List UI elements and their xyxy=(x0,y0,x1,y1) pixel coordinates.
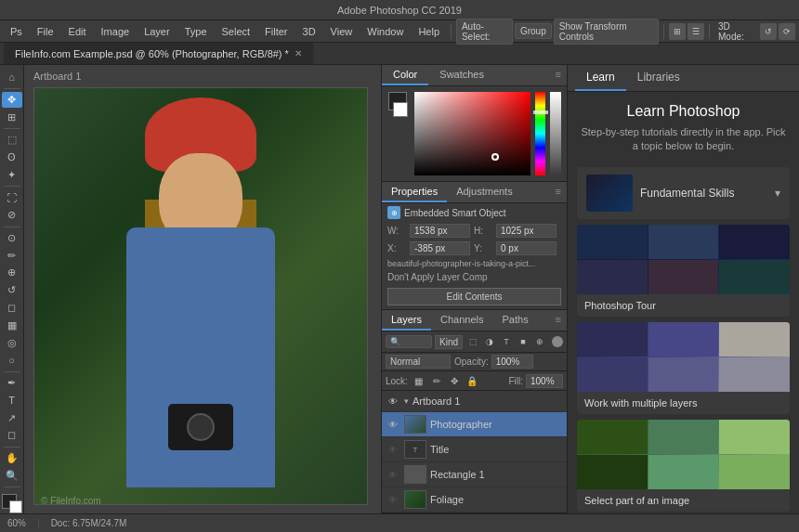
color-gradient[interactable] xyxy=(414,92,530,175)
menu-help[interactable]: Help xyxy=(412,24,446,39)
tab-layers[interactable]: Layers xyxy=(382,310,431,331)
eyedropper-tool[interactable]: ⊘ xyxy=(2,207,22,224)
layer-visibility-title[interactable]: 👁 xyxy=(386,442,400,457)
edit-contents-button[interactable]: Edit Contents xyxy=(387,288,561,305)
menu-type[interactable]: Type xyxy=(178,24,214,39)
crop-tool[interactable]: ⛶ xyxy=(2,189,22,206)
fill-value[interactable]: 100% xyxy=(526,374,563,388)
menu-layer[interactable]: Layer xyxy=(138,24,177,39)
magic-wand-tool[interactable]: ✦ xyxy=(2,167,22,184)
transform-checkbox[interactable]: Show Transform Controls xyxy=(554,19,660,45)
bg-color-swatch[interactable] xyxy=(393,102,408,117)
layers-tabs: Layers Channels Paths ≡ xyxy=(382,310,567,331)
w-value[interactable]: 1538 px xyxy=(410,224,470,238)
opacity-value[interactable]: 100% xyxy=(491,355,533,369)
move-tool[interactable]: ✥ xyxy=(2,92,22,109)
menu-image[interactable]: Image xyxy=(95,24,137,39)
tutorial-card-layers[interactable]: Work with multiple layers xyxy=(577,322,790,414)
3d-icon2[interactable]: ⟳ xyxy=(779,23,795,40)
filter-type-icon[interactable]: T xyxy=(499,334,514,349)
layer-item-title[interactable]: 👁 T Title xyxy=(382,437,567,462)
shape-tool[interactable]: ◻ xyxy=(2,427,22,444)
color-swatches[interactable] xyxy=(2,494,22,513)
layer-visibility-foliage[interactable]: 👁 xyxy=(386,492,400,507)
menu-select[interactable]: Select xyxy=(216,24,257,39)
menu-3d[interactable]: 3D xyxy=(296,24,322,39)
group-dropdown[interactable]: Group xyxy=(515,23,552,39)
layer-filter-toggle[interactable] xyxy=(552,336,563,347)
eraser-tool[interactable]: ◻ xyxy=(2,300,22,317)
fundamental-skills-section[interactable]: Fundamental Skills ▾ xyxy=(577,167,790,219)
menu-window[interactable]: Window xyxy=(360,24,410,39)
spot-heal-tool[interactable]: ⊙ xyxy=(2,230,22,247)
layer-comp-dropdown[interactable]: Don't Apply Layer Comp xyxy=(382,270,567,284)
type-tool[interactable]: T xyxy=(2,392,22,409)
history-brush-tool[interactable]: ↺ xyxy=(2,282,22,299)
artboard-collapse-icon[interactable]: ▾ xyxy=(404,396,409,406)
filter-shape-icon[interactable]: ■ xyxy=(516,334,530,349)
lock-position-icon[interactable]: ✥ xyxy=(447,373,462,388)
path-tool[interactable]: ↗ xyxy=(2,409,22,426)
distribute-icon[interactable]: ☰ xyxy=(688,23,704,40)
zoom-tool[interactable]: 🔍 xyxy=(2,467,22,484)
layers-panel-menu[interactable]: ≡ xyxy=(550,310,567,331)
menu-file[interactable]: File xyxy=(31,24,60,39)
tab-libraries[interactable]: Libraries xyxy=(626,65,691,91)
color-spectrum[interactable] xyxy=(535,92,546,175)
3d-icon1[interactable]: ↺ xyxy=(760,23,777,40)
y-value[interactable]: 0 px xyxy=(496,241,557,255)
properties-panel-menu[interactable]: ≡ xyxy=(550,182,567,202)
marquee-tool[interactable]: ⬚ xyxy=(2,132,22,149)
menu-view[interactable]: View xyxy=(324,24,360,39)
artboard-row[interactable]: 👁 ▾ Artboard 1 xyxy=(382,391,567,412)
kind-dropdown[interactable]: Kind xyxy=(435,335,463,349)
tab-close-icon[interactable]: ✕ xyxy=(295,48,302,58)
tutorial-thumb-layers xyxy=(577,322,790,392)
home-tool[interactable]: ⌂ xyxy=(2,69,22,85)
document-tab[interactable]: FileInfo.com Example.psd @ 60% (Photogra… xyxy=(4,43,314,64)
tab-channels[interactable]: Channels xyxy=(431,310,492,331)
tab-learn[interactable]: Learn xyxy=(575,65,626,91)
lasso-tool[interactable]: ʘ xyxy=(2,149,22,166)
artboard-tool[interactable]: ⊞ xyxy=(2,109,22,125)
fundamental-skills-header[interactable]: Fundamental Skills ▾ xyxy=(577,167,790,219)
lock-paint-icon[interactable]: ✏ xyxy=(429,373,444,388)
menu-ps[interactable]: Ps xyxy=(4,24,29,39)
layer-item-rectangle[interactable]: 👁 Rectangle 1 xyxy=(382,462,567,487)
tab-adjustments[interactable]: Adjustments xyxy=(447,182,522,202)
lock-icons: ▦ ✏ ✥ 🔒 xyxy=(412,373,479,388)
color-panel-menu[interactable]: ≡ xyxy=(550,65,567,85)
canvas-area[interactable]: Artboard 1 © FileInfo.com xyxy=(24,65,381,513)
filter-smart-icon[interactable]: ⊕ xyxy=(532,334,547,349)
menu-filter[interactable]: Filter xyxy=(258,24,294,39)
layer-visibility-photographer[interactable]: 👁 xyxy=(386,417,400,432)
layer-item-foliage[interactable]: 👁 Foliage xyxy=(382,487,567,513)
tutorial-card-tour[interactable]: Photoshop Tour xyxy=(577,225,790,317)
tab-swatches[interactable]: Swatches xyxy=(428,65,495,85)
menu-edit[interactable]: Edit xyxy=(62,24,93,39)
stamp-tool[interactable]: ⊕ xyxy=(2,265,22,281)
tab-properties[interactable]: Properties xyxy=(382,182,447,202)
dodge-tool[interactable]: ○ xyxy=(2,352,22,369)
hand-tool[interactable]: ✋ xyxy=(2,450,22,467)
layer-item-photographer[interactable]: 👁 Photographer xyxy=(382,412,567,437)
brush-tool[interactable]: ✏ xyxy=(2,247,22,264)
h-value[interactable]: 1025 px xyxy=(496,224,557,238)
background-color[interactable] xyxy=(9,500,22,513)
blur-tool[interactable]: ◎ xyxy=(2,334,22,351)
filter-adjust-icon[interactable]: ◑ xyxy=(482,334,497,349)
color-alpha[interactable] xyxy=(550,92,561,175)
lock-transparent-icon[interactable]: ▦ xyxy=(412,373,426,388)
lock-all-icon[interactable]: 🔒 xyxy=(465,373,479,388)
x-value[interactable]: -385 px xyxy=(410,241,470,255)
tab-paths[interactable]: Paths xyxy=(493,310,538,331)
tutorial-card-select[interactable]: Select part of an image xyxy=(577,420,790,512)
artboard-eye-icon[interactable]: 👁 xyxy=(386,394,400,409)
filter-pixel-icon[interactable]: ⬚ xyxy=(465,334,480,349)
blend-mode-dropdown[interactable]: Normal xyxy=(386,355,451,369)
align-icon[interactable]: ⊞ xyxy=(669,23,686,40)
gradient-tool[interactable]: ▦ xyxy=(2,317,22,333)
layer-visibility-rectangle[interactable]: 👁 xyxy=(386,467,400,482)
pen-tool[interactable]: ✒ xyxy=(2,375,22,392)
tab-color[interactable]: Color xyxy=(382,65,428,85)
